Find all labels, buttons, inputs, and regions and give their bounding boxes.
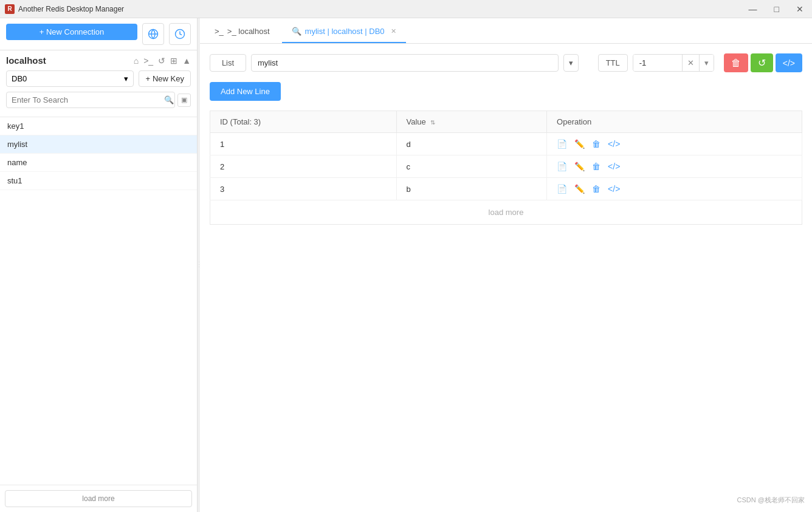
key-name-input[interactable] [251, 54, 559, 72]
filter-icon[interactable]: ▣ [177, 94, 191, 107]
db-dropdown-icon: ▾ [124, 74, 128, 83]
collapse-icon[interactable]: ▲ [182, 56, 191, 66]
sidebar-header: + New Connection [0, 18, 197, 50]
code-icon-1[interactable]: </> [608, 139, 620, 149]
tabs-bar: >_ >_ localhost 🔍 mylist | localhost | D… [200, 18, 812, 44]
terminal-icon[interactable]: >_ [143, 56, 153, 66]
col-id: ID (Total: 3) [210, 111, 397, 133]
view-icon-3[interactable]: 📄 [557, 184, 567, 194]
minimize-button[interactable]: ― [745, 3, 761, 15]
code-key-button[interactable]: </> [776, 53, 802, 72]
tab-mylist-prefix: 🔍 [292, 27, 301, 36]
data-table: ID (Total: 3) Value ⇅ Operation 1 d 📄 ✏️ [210, 111, 802, 225]
view-icon-1[interactable]: 📄 [557, 139, 567, 149]
ttl-clear-button[interactable]: ✕ [682, 55, 699, 71]
watermark: CSDN @栈老师不回家 [737, 496, 805, 505]
load-more-table-button[interactable]: load more [218, 208, 794, 217]
search-icon: 🔍 [164, 95, 174, 104]
load-more-sidebar: load more [0, 485, 197, 512]
cell-op-2: 📄 ✏️ 🗑 </> [547, 155, 802, 178]
table-row: 3 b 📄 ✏️ 🗑 </> [210, 178, 802, 200]
edit-icon-2[interactable]: ✏️ [574, 162, 585, 171]
refresh-key-button[interactable]: ↺ [751, 53, 773, 72]
refresh-conn-icon[interactable]: ↺ [158, 56, 165, 66]
db-row: DB0 ▾ + New Key [6, 70, 191, 87]
cell-value-2: c [396, 155, 547, 178]
new-key-button[interactable]: + New Key [139, 70, 191, 87]
connection-browser-button[interactable] [142, 23, 164, 45]
cell-op-1: 📄 ✏️ 🗑 </> [547, 133, 802, 155]
cell-value-1: d [396, 133, 547, 155]
new-connection-button[interactable]: + New Connection [6, 24, 137, 40]
search-row: 🔍 ▣ [6, 92, 191, 108]
tab-localhost-label: >_ localhost [227, 27, 270, 36]
type-badge: List [210, 54, 246, 72]
content-area: >_ >_ localhost 🔍 mylist | localhost | D… [200, 18, 812, 512]
connection-name: localhost [6, 55, 46, 66]
cell-id-3: 3 [210, 178, 397, 200]
key-item-mylist[interactable]: mylist [0, 135, 197, 154]
maximize-button[interactable]: □ [771, 3, 783, 15]
delete-icon-3[interactable]: 🗑 [592, 184, 600, 194]
delete-icon-1[interactable]: 🗑 [592, 139, 600, 149]
title-bar: R Another Redis Desktop Manager ― □ ✕ [0, 0, 812, 18]
load-more-table-cell: load more [210, 200, 802, 225]
tab-localhost-prefix: >_ [215, 27, 224, 36]
main-layout: + New Connection localhost ⌂ >_ ↺ ⊞ ▲ [0, 18, 812, 512]
app-icon: R [5, 4, 15, 14]
edit-icon-3[interactable]: ✏️ [574, 184, 585, 194]
key-item-stu1[interactable]: stu1 [0, 172, 197, 190]
db-label: DB0 [12, 74, 27, 83]
ttl-label: TTL [598, 54, 628, 72]
home-icon[interactable]: ⌂ [134, 56, 139, 66]
key-item-name[interactable]: name [0, 154, 197, 172]
ttl-value-input[interactable] [633, 55, 682, 71]
ttl-arrow-button[interactable]: ▾ [699, 55, 714, 71]
connection-section: localhost ⌂ >_ ↺ ⊞ ▲ DB0 ▾ + New [0, 50, 197, 117]
code-icon-2[interactable]: </> [608, 162, 620, 171]
sort-icon: ⇅ [430, 119, 435, 126]
cell-id-2: 2 [210, 155, 397, 178]
cell-op-3: 📄 ✏️ 🗑 </> [547, 178, 802, 200]
slow-log-button[interactable] [169, 23, 191, 45]
app-title: Another Redis Desktop Manager [18, 5, 124, 13]
key-editor: List ▾ TTL ✕ ▾ 🗑 ↺ </> Add New Line [200, 44, 812, 512]
code-icon-3[interactable]: </> [608, 184, 620, 194]
db-selector[interactable]: DB0 ▾ [6, 70, 134, 87]
col-value[interactable]: Value ⇅ [396, 111, 547, 133]
table-row: 2 c 📄 ✏️ 🗑 </> [210, 155, 802, 178]
window-controls: ― □ ✕ [745, 3, 807, 15]
load-more-table-row: load more [210, 200, 802, 225]
tab-localhost[interactable]: >_ >_ localhost [205, 21, 280, 43]
key-item-key1[interactable]: key1 [0, 117, 197, 135]
search-input[interactable] [6, 92, 175, 108]
title-bar-left: R Another Redis Desktop Manager [5, 4, 124, 14]
view-icon-2[interactable]: 📄 [557, 162, 567, 171]
cell-value-3: b [396, 178, 547, 200]
connection-header: localhost ⌂ >_ ↺ ⊞ ▲ [6, 55, 191, 66]
cell-id-1: 1 [210, 133, 397, 155]
tab-mylist-label: mylist | localhost | DB0 [305, 27, 385, 36]
key-header-row: List ▾ TTL ✕ ▾ 🗑 ↺ </> [210, 53, 802, 72]
connection-icons: ⌂ >_ ↺ ⊞ ▲ [134, 56, 191, 66]
key-dropdown-button[interactable]: ▾ [563, 54, 579, 72]
plus-icon: + [145, 74, 150, 83]
delete-icon-2[interactable]: 🗑 [592, 162, 600, 171]
delete-key-button[interactable]: 🗑 [724, 53, 748, 72]
table-row: 1 d 📄 ✏️ 🗑 </> [210, 133, 802, 155]
col-operation: Operation [547, 111, 802, 133]
edit-icon-1[interactable]: ✏️ [574, 139, 585, 149]
key-list: key1 mylist name stu1 [0, 117, 197, 485]
tab-mylist[interactable]: 🔍 mylist | localhost | DB0 ✕ [282, 21, 406, 43]
close-button[interactable]: ✕ [793, 3, 807, 15]
grid-icon[interactable]: ⊞ [170, 56, 177, 66]
load-more-sidebar-button[interactable]: load more [5, 490, 192, 507]
tab-close-icon[interactable]: ✕ [391, 27, 396, 35]
action-buttons: 🗑 ↺ </> [724, 53, 802, 72]
ttl-controls: ✕ ▾ [633, 54, 714, 72]
add-new-line-button[interactable]: Add New Line [210, 82, 281, 101]
sidebar: + New Connection localhost ⌂ >_ ↺ ⊞ ▲ [0, 18, 198, 512]
